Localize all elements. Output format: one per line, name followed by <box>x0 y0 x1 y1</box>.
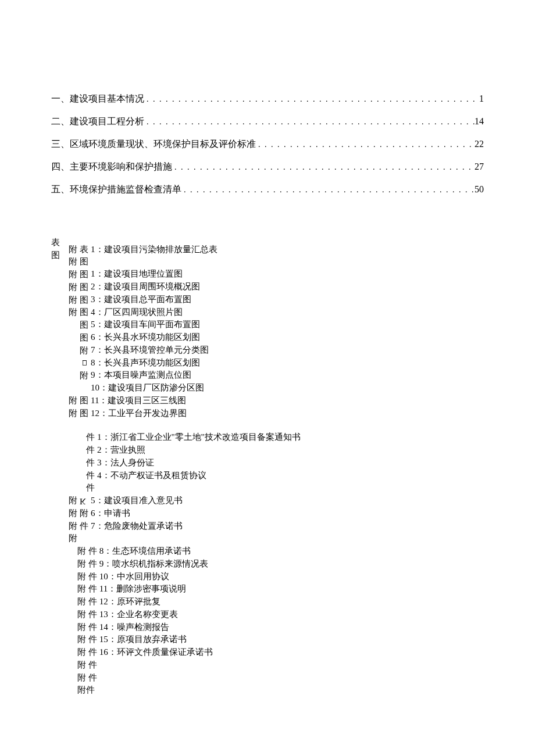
items-column: 5：建设项目准入意见书 6：申请书 7：危险废物处置承诺书 <box>91 495 183 532</box>
toc-entry: 一、建设项目基本情况 . . . . . . . . . . . . . . .… <box>51 93 484 105</box>
toc-entry: 三、区域环境质量现状、环境保护目标及评价标准 . . . . . . . . .… <box>51 138 484 151</box>
head-tu: 图 <box>51 249 60 262</box>
appendix-figure-item: 12：工业平台开发边界图 <box>91 407 187 420</box>
toc-title: 五、环境保护措施监督检查清单 <box>51 184 181 196</box>
attachment-item: 8：生态环境信用承诺书 <box>99 545 213 558</box>
attachment-item: 3：法人身份证 <box>97 457 301 470</box>
toc-page: 14 <box>475 116 484 127</box>
attachment-item: 7：危险废物处置承诺书 <box>91 520 183 533</box>
table-of-contents: 一、建设项目基本情况 . . . . . . . . . . . . . . .… <box>51 93 484 196</box>
toc-leader: . . . . . . . . . . . . . . . . . . . . … <box>144 117 475 127</box>
attachment-item: 11：删除涉密事项说明 <box>99 583 213 596</box>
attachment-item: 10：中水回用协议 <box>99 571 213 583</box>
toc-leader: . . . . . . . . . . . . . . . . . . . . … <box>144 95 479 104</box>
items-column: 11：建设项目三区三线图 12：工业平台开发边界图 <box>91 395 187 420</box>
appendix-figure-item: 7：长兴县环境管控单元分类图 <box>91 344 217 357</box>
attachment-item: 13：企业名称变更表 <box>99 608 213 621</box>
appendix-figure-item: 4：厂区四周现状照片图 <box>91 306 217 319</box>
attachment-item: 6：申请书 <box>91 507 183 520</box>
attachment-item: 5：建设项目准入意见书 <box>91 495 183 507</box>
attachment-item: 16：环评文件质量保证承诺书 <box>99 646 213 659</box>
type-column: 表 图 图 图 图 图 图 图 附 ㅁ 附 <box>80 243 88 382</box>
appendix-figure-item: 11：建设项目三区三线图 <box>91 395 187 407</box>
jian-column: 件 件 件 件 件 <box>86 431 95 495</box>
attachment-item: 1：浙江省工业企业"零土地"技术改造项目备案通知书 <box>97 431 301 444</box>
fujian-label: 附件 <box>77 684 97 697</box>
appendix-figure-item: 10：建设项目厂区防渗分区图 <box>91 382 217 395</box>
toc-title: 三、区域环境质量现状、环境保护目标及评价标准 <box>51 138 256 151</box>
toc-page: 50 <box>475 184 484 195</box>
attachment-item: 9：喷水织机指标来源情况表 <box>99 558 213 571</box>
appendix-figure-item: 8：长兴县声环境功能区划图 <box>91 357 217 370</box>
type-column: K 附 件 <box>80 495 88 532</box>
toc-leader: . . . . . . . . . . . . . . . . . . . . … <box>181 185 475 195</box>
appendix-table-item: 1：建设项目污染物排放量汇总表 <box>91 243 217 256</box>
appendix-figure-item: 6：长兴县水环境功能区划图 <box>91 331 217 344</box>
appendix-figure-item: 2：建设项目周围环境概况图 <box>91 281 217 293</box>
toc-title: 一、建设项目基本情况 <box>51 93 144 105</box>
attachment-item: 14：噪声检测报告 <box>99 621 213 634</box>
appendix-section: 表 图 附 附 附 附 附 附 表 图 图 图 图 图 图 图 附 ㅁ 附 1 <box>51 237 484 697</box>
appendix-figure-item: 1：建设项目地理位置图 <box>91 268 217 281</box>
toc-entry: 四、主要环境影响和保护措施 . . . . . . . . . . . . . … <box>51 161 484 173</box>
appendix-figure-item: 3：建设项目总平面布置图 <box>91 293 217 306</box>
appendix-figure-item: 9：本项目噪声监测点位图 <box>91 369 217 382</box>
toc-page: 1 <box>479 94 484 104</box>
head-biao: 表 <box>51 237 60 249</box>
prefix-column: 附 附 附 附 <box>69 495 77 545</box>
fu-jian-column: 附 件 附 件 附 件 附 件 附 件 附 件 附 件 附 件 附 件 附 件 … <box>77 545 97 697</box>
attachment-item: 15：原项目放弃承诺书 <box>99 633 213 646</box>
toc-page: 22 <box>475 139 484 149</box>
attachment-item: 12：原环评批复 <box>99 596 213 608</box>
items-column: 1：浙江省工业企业"零土地"技术改造项目备案通知书 2：营业执照 3：法人身份证… <box>97 431 301 482</box>
items-column: 8：生态环境信用承诺书 9：喷水织机指标来源情况表 10：中水回用协议 11：删… <box>99 545 213 659</box>
toc-leader: . . . . . . . . . . . . . . . . . . . . … <box>256 140 475 149</box>
attachment-item: 2：营业执照 <box>97 444 301 457</box>
appendix-figure-item: 5：建设项目车间平面布置图 <box>91 318 217 331</box>
toc-title: 二、建设项目工程分析 <box>51 116 144 128</box>
toc-page: 27 <box>475 162 484 172</box>
toc-entry: 五、环境保护措施监督检查清单 . . . . . . . . . . . . .… <box>51 184 484 196</box>
prefix-column: 附 附 <box>69 395 77 420</box>
toc-title: 四、主要环境影响和保护措施 <box>51 161 172 173</box>
prefix-column: 附 附 附 附 附 附 <box>69 243 77 320</box>
attachments-block: 件 件 件 件 件 1：浙江省工业企业"零土地"技术改造项目备案通知书 2：营业… <box>51 431 484 697</box>
type-column: 图 图 <box>80 395 88 420</box>
toc-entry: 二、建设项目工程分析 . . . . . . . . . . . . . . .… <box>51 116 484 128</box>
items-column: 1：建设项目污染物排放量汇总表 1：建设项目地理位置图 2：建设项目周围环境概况… <box>91 243 217 395</box>
attachment-item: 4：不动产权证书及租赁协议 <box>97 470 301 482</box>
toc-leader: . . . . . . . . . . . . . . . . . . . . … <box>172 163 475 172</box>
